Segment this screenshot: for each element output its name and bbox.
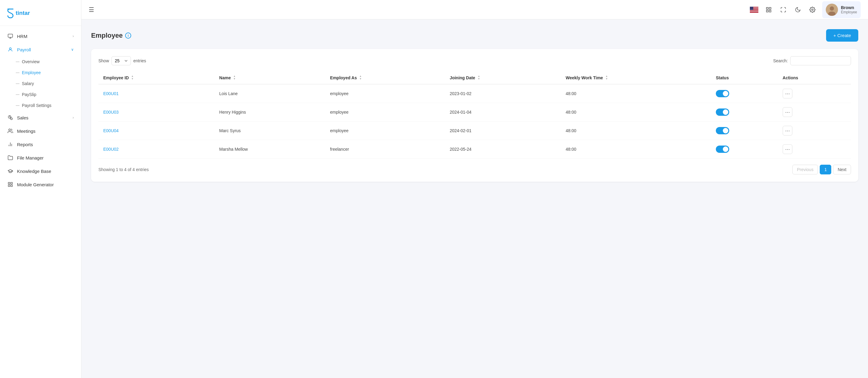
col-status: Status xyxy=(711,71,778,84)
sidebar-sub-item-payslip[interactable]: PaySlip xyxy=(0,89,81,100)
sidebar-sub-item-payroll-settings[interactable]: Payroll Settings xyxy=(0,100,81,111)
employee-id-link-1[interactable]: E00U03 xyxy=(103,110,119,115)
col-employed-as-label: Employed As xyxy=(330,75,357,80)
search-label: Search: xyxy=(773,58,788,63)
user-profile[interactable]: Brown Employee xyxy=(822,1,861,18)
cell-weekly-work-time-2: 48:00 xyxy=(561,121,711,140)
table-row: E00U02 Marsha Mellow freelancer 2022-05-… xyxy=(98,140,851,158)
dark-mode-icon[interactable] xyxy=(793,5,803,14)
action-button-1[interactable]: ⋯ xyxy=(783,107,793,117)
cell-employee-id-0: E00U01 xyxy=(98,84,214,103)
sidebar-sub-item-overview[interactable]: Overview xyxy=(0,56,81,67)
sidebar-sub-item-salary[interactable]: Salary xyxy=(0,78,81,89)
sort-name[interactable]: ▲▼ xyxy=(233,75,236,80)
page-1-button[interactable]: 1 xyxy=(820,165,831,174)
cell-joining-date-0: 2023-01-02 xyxy=(445,84,561,103)
status-toggle-3[interactable] xyxy=(716,146,729,153)
employee-id-link-2[interactable]: E00U04 xyxy=(103,128,119,133)
sidebar-item-file-manager[interactable]: File Manager xyxy=(0,151,81,165)
svg-rect-10 xyxy=(11,182,12,184)
cell-employed-as-0: employee xyxy=(325,84,445,103)
sidebar-item-hrm[interactable]: HRM › xyxy=(0,29,81,43)
avatar xyxy=(826,4,838,16)
payroll-settings-label: Payroll Settings xyxy=(22,103,51,108)
cell-actions-3: ⋯ xyxy=(778,140,851,158)
module-generator-icon xyxy=(7,181,13,187)
sidebar-sub-item-employee[interactable]: Employee xyxy=(0,67,81,78)
action-button-2[interactable]: ⋯ xyxy=(783,126,793,136)
sidebar-navigation: HRM › Payroll ∨ Overview Employee Salary… xyxy=(0,26,81,378)
cell-employed-as-2: employee xyxy=(325,121,445,140)
sidebar-item-payroll-label: Payroll xyxy=(17,47,31,52)
status-toggle-0[interactable] xyxy=(716,90,729,97)
language-flag[interactable] xyxy=(749,5,759,14)
salary-label: Salary xyxy=(22,81,34,86)
svg-rect-9 xyxy=(8,182,10,184)
status-toggle-2[interactable] xyxy=(716,127,729,134)
search-input[interactable] xyxy=(790,56,851,65)
fullscreen-icon[interactable] xyxy=(778,5,788,14)
svg-rect-18 xyxy=(750,10,758,10)
table-row: E00U03 Henry Higgins employee 2024-01-04… xyxy=(98,103,851,121)
menu-toggle-icon[interactable]: ☰ xyxy=(89,6,94,13)
action-button-0[interactable]: ⋯ xyxy=(783,89,793,98)
sidebar-item-meetings[interactable]: Meetings xyxy=(0,124,81,138)
create-button[interactable]: + Create xyxy=(826,29,858,41)
sidebar-item-knowledge-base[interactable]: Knowledge Base xyxy=(0,165,81,178)
show-entries: Show 25 10 50 100 entries xyxy=(98,56,146,65)
col-actions: Actions xyxy=(778,71,851,84)
sidebar-item-payroll[interactable]: Payroll ∨ xyxy=(0,43,81,56)
sales-icon xyxy=(7,115,13,121)
col-joining-date: Joining Date ▲▼ xyxy=(445,71,561,84)
svg-rect-25 xyxy=(769,10,771,12)
svg-point-29 xyxy=(830,6,834,11)
page-title: Employee xyxy=(91,32,123,39)
sidebar-item-module-generator-label: Module Generator xyxy=(17,182,54,187)
cell-name-0: Lois Lane xyxy=(214,84,325,103)
pagination: Previous 1 Next xyxy=(793,165,851,174)
cell-employee-id-3: E00U02 xyxy=(98,140,214,158)
grid-icon[interactable] xyxy=(764,5,774,14)
sidebar-item-reports[interactable]: Reports xyxy=(0,138,81,151)
svg-rect-26 xyxy=(766,10,768,12)
svg-rect-23 xyxy=(766,7,768,9)
page-header: Employee i + Create xyxy=(91,29,858,41)
entries-select[interactable]: 25 10 50 100 xyxy=(112,56,131,65)
employee-id-link-0[interactable]: E00U01 xyxy=(103,91,119,96)
cell-employed-as-1: employee xyxy=(325,103,445,121)
col-employee-id: Employee ID ▲▼ xyxy=(98,71,214,84)
col-employed-as: Employed As ▲▼ xyxy=(325,71,445,84)
status-toggle-1[interactable] xyxy=(716,109,729,116)
action-button-3[interactable]: ⋯ xyxy=(783,144,793,154)
header: ☰ xyxy=(82,0,868,20)
svg-rect-1 xyxy=(8,34,13,37)
sort-employee-id[interactable]: ▲▼ xyxy=(131,75,134,80)
col-weekly-work-time: Weekly Work Time ▲▼ xyxy=(561,71,711,84)
svg-rect-11 xyxy=(11,185,12,186)
sidebar: tintar HRM › Payroll ∨ Overview Employee… xyxy=(0,0,82,378)
sidebar-item-module-generator[interactable]: Module Generator xyxy=(0,178,81,191)
svg-rect-21 xyxy=(750,12,758,13)
sidebar-item-meetings-label: Meetings xyxy=(17,128,35,134)
cell-weekly-work-time-3: 48:00 xyxy=(561,140,711,158)
info-icon[interactable]: i xyxy=(125,32,131,38)
content-area: Employee i + Create Show 25 10 50 100 en… xyxy=(82,20,868,378)
settings-icon[interactable] xyxy=(808,5,817,14)
sidebar-item-sales-label: Sales xyxy=(17,115,29,120)
sort-weekly-work-time[interactable]: ▲▼ xyxy=(605,75,608,80)
sort-joining-date[interactable]: ▲▼ xyxy=(478,75,480,80)
table-row: E00U01 Lois Lane employee 2023-01-02 48:… xyxy=(98,84,851,103)
sort-employed-as[interactable]: ▲▼ xyxy=(359,75,362,80)
sidebar-item-sales[interactable]: Sales › xyxy=(0,111,81,124)
user-info: Brown Employee xyxy=(841,5,857,14)
svg-point-4 xyxy=(11,118,12,120)
cell-actions-1: ⋯ xyxy=(778,103,851,121)
svg-rect-22 xyxy=(750,7,753,10)
previous-button[interactable]: Previous xyxy=(793,165,818,174)
employee-id-link-3[interactable]: E00U02 xyxy=(103,147,119,152)
next-button[interactable]: Next xyxy=(833,165,851,174)
cell-joining-date-2: 2024-02-01 xyxy=(445,121,561,140)
cell-status-1 xyxy=(711,103,778,121)
svg-rect-20 xyxy=(750,11,758,12)
col-employee-id-label: Employee ID xyxy=(103,75,129,80)
